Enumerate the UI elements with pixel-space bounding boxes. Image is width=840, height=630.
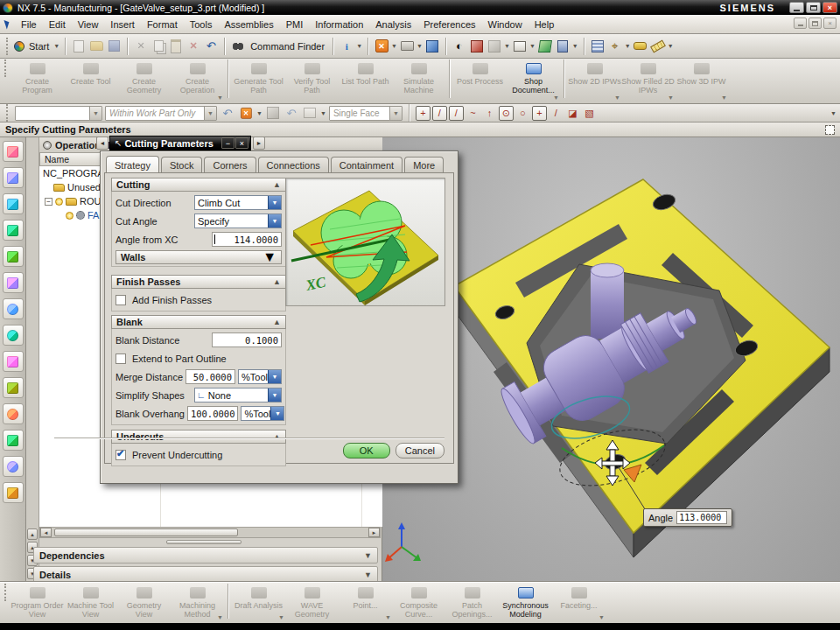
details-panel-bar[interactable]: Details ▼ [33, 566, 378, 583]
dialog-tab[interactable]: Containment [331, 157, 402, 172]
history-palette-icon[interactable] [3, 351, 24, 372]
reuse-library-icon[interactable] [3, 272, 24, 293]
assembly-navigator-icon[interactable] [3, 141, 24, 162]
angle-from-xc-field[interactable]: 114.0000 [212, 232, 282, 247]
manufacturing-wizards-icon[interactable] [3, 403, 24, 424]
dialog-close-button[interactable]: × [235, 137, 248, 149]
snap-point-icon[interactable]: + [416, 106, 430, 121]
point-on-curve-icon[interactable]: ~ [466, 106, 480, 121]
information-icon[interactable] [339, 38, 354, 54]
cutting-group-header[interactable]: Cutting▲ [111, 178, 286, 192]
merge-distance-field[interactable]: 50.0000 [186, 369, 235, 384]
navigator-vertical-scrollbar[interactable]: ▲ ▲ ▼ ▼ [26, 137, 39, 582]
chevron-down-icon[interactable]: ▼ [391, 43, 397, 49]
blank-overhang-field[interactable]: 100.0000 [187, 406, 239, 421]
menu-item[interactable]: Help [528, 18, 561, 32]
menu-item[interactable]: Window [482, 18, 528, 32]
menu-item[interactable]: Insert [104, 18, 141, 32]
prevent-undercutting-checkbox[interactable] [116, 450, 126, 460]
orient-view-icon[interactable] [537, 38, 553, 54]
bookmark-view-icon[interactable] [469, 38, 485, 54]
scrollbar-thumb[interactable] [54, 528, 238, 536]
dependencies-panel-bar[interactable]: Dependencies ▼ [33, 547, 378, 564]
navigator-horizontal-scrollbar[interactable]: ◄ ► [39, 527, 381, 538]
dialog-minimize-button[interactable]: − [221, 137, 234, 149]
part-navigator-icon[interactable] [3, 193, 24, 214]
window-close-button[interactable]: × [822, 2, 837, 13]
cut-angle-select[interactable]: Specify ▼ [194, 214, 282, 228]
toolbar-overflow-icon[interactable]: ▼ [830, 110, 836, 116]
circle-center-icon[interactable]: ○ [515, 106, 530, 121]
panel-splitter-handle[interactable] [166, 540, 242, 544]
undercuts-group-header[interactable]: Undercuts▲ [111, 430, 286, 444]
angle-input-tooltip[interactable]: Angle 113.0000 [643, 508, 732, 527]
menu-item[interactable]: Format [141, 18, 184, 32]
ribbon-button[interactable]: Shop Document... ▼ [507, 60, 560, 102]
scroll-top-icon[interactable]: ▲ [27, 528, 38, 540]
dialog-forward-button[interactable]: ► [253, 136, 265, 150]
menu-item[interactable]: Analysis [369, 18, 417, 32]
dialog-titlebar[interactable]: ◄ ↖ Cutting Parameters − × ► [96, 136, 266, 150]
menu-item[interactable]: PMI [280, 18, 310, 32]
blank-group-header[interactable]: Blank▲ [111, 315, 286, 329]
layer-settings-icon[interactable] [590, 38, 606, 54]
operation-navigator-icon[interactable] [3, 220, 24, 241]
bounded-plane-icon[interactable]: ▧ [582, 106, 597, 121]
menu-item[interactable]: Assemblies [218, 18, 279, 32]
toolbar-grip[interactable] [4, 60, 8, 77]
blank-overhang-unit-select[interactable]: %Tool ▼ [241, 406, 284, 421]
dialog-back-button[interactable]: ◄ [96, 136, 108, 150]
process-studio-icon[interactable] [3, 377, 24, 398]
window-minimize-button[interactable] [789, 2, 804, 13]
bottom-toolbar-button[interactable]: Synchronous Modeling [499, 584, 552, 622]
web-browser-icon[interactable] [3, 430, 24, 451]
ok-button[interactable]: OK [343, 443, 390, 458]
toolbar-grip[interactable] [6, 38, 10, 55]
undo-icon[interactable] [203, 38, 219, 54]
simplify-shapes-select[interactable]: ∟ None ▼ [194, 388, 282, 402]
print-icon[interactable] [399, 38, 415, 54]
document-restore-button[interactable] [808, 18, 822, 29]
window-display-icon[interactable] [512, 38, 528, 54]
command-finder-icon[interactable] [230, 38, 246, 54]
machine-tool-navigator-icon[interactable] [3, 246, 24, 267]
dialog-tab[interactable]: Stock [161, 157, 203, 172]
system-scenes-icon[interactable] [3, 456, 24, 477]
shaded-view-icon[interactable] [424, 38, 440, 54]
toolbar-grip[interactable] [4, 584, 8, 601]
mid-point-icon[interactable]: / [449, 106, 464, 121]
menu-item[interactable]: Tools [184, 18, 219, 32]
window-maximize-button[interactable] [806, 2, 821, 13]
menu-item[interactable]: Information [309, 18, 369, 32]
blank-distance-field[interactable]: 0.1000 [212, 332, 282, 347]
document-minimize-button[interactable] [794, 18, 807, 29]
show-hide-icon[interactable] [633, 38, 648, 54]
dialog-tab[interactable]: Corners [204, 157, 256, 172]
document-close-button[interactable]: × [823, 18, 836, 29]
quadrant-point-icon[interactable]: ↑ [482, 106, 497, 121]
chevron-down-icon[interactable]: ▼ [356, 43, 362, 49]
dialog-tab[interactable]: More [404, 157, 444, 172]
hd3d-tools-icon[interactable] [3, 298, 24, 319]
chevron-down-icon[interactable]: ▼ [416, 43, 423, 49]
menu-item[interactable]: Preferences [417, 18, 481, 32]
measure-icon[interactable] [650, 38, 666, 54]
chevron-down-icon[interactable]: ▼ [364, 551, 372, 560]
scroll-right-icon[interactable]: ► [368, 528, 380, 537]
cancel-button[interactable]: Cancel [396, 443, 444, 458]
walls-subgroup-bar[interactable]: Walls ▼ [116, 250, 282, 264]
reset-filter-icon[interactable] [220, 105, 235, 121]
add-finish-passes-checkbox[interactable] [116, 295, 126, 305]
command-finder-button[interactable]: Command Finder [248, 41, 327, 52]
menu-item[interactable]: File [15, 18, 43, 32]
angle-value-field[interactable]: 113.0000 [676, 511, 727, 524]
display-contrast-icon[interactable] [452, 38, 467, 54]
dialog-tab[interactable]: Connections [258, 157, 329, 172]
extend-to-part-outline-checkbox[interactable] [116, 354, 126, 364]
view-manipulation-icon[interactable] [555, 38, 570, 54]
dialog-tab[interactable]: Strategy [106, 156, 159, 172]
internet-browser-icon[interactable] [3, 325, 24, 346]
constraint-navigator-icon[interactable] [3, 167, 24, 188]
arc-center-icon[interactable]: ⊙ [499, 106, 514, 121]
existing-point-icon[interactable]: + [532, 106, 547, 121]
